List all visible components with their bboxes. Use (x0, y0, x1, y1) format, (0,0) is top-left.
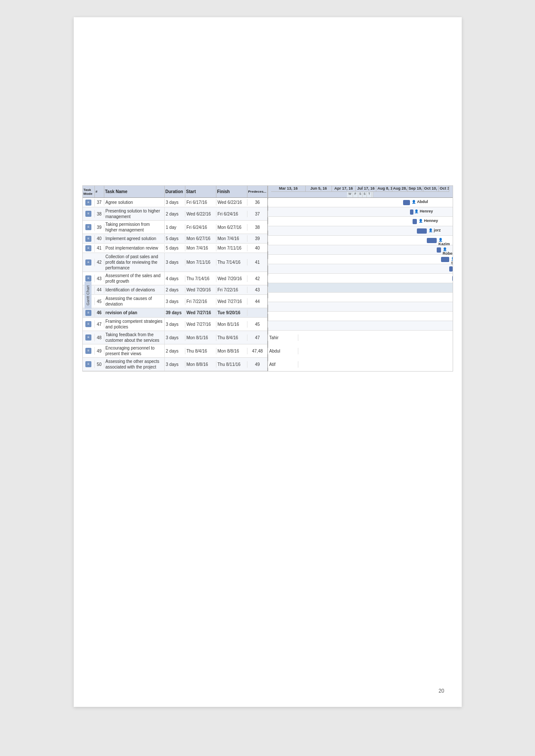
task-duration-cell: 4 days (165, 275, 185, 282)
task-finish-cell: Tue 9/20/16 (216, 309, 247, 316)
task-mode-cell: ≡ (83, 244, 95, 252)
gantt-row: 👤 Henrey (268, 207, 453, 217)
task-mode-cell: ≡ (83, 275, 95, 282)
month-4: Jul 17, 16 (356, 186, 377, 191)
table-row: ≡49Encouraging personnel to present thei… (83, 344, 267, 358)
person-icon: 👤 (412, 200, 417, 204)
task-pred-cell: 38 (247, 224, 268, 231)
table-row: ≡37Agree solution3 daysFri 6/17/16Wed 6/… (83, 198, 267, 207)
table-row: ≡38Presenting solution to higher managem… (83, 207, 267, 221)
task-mode-cell: ≡ (83, 210, 95, 218)
gantt-bar (437, 247, 441, 253)
task-pred-cell: 47 (247, 334, 268, 341)
task-pred-cell: 49 (247, 361, 268, 368)
month-2: Jun 5, 16 (306, 186, 332, 191)
col-start: Start (185, 186, 216, 197)
task-finish-cell: Mon 8/8/16 (216, 348, 247, 354)
person-icon: 👤 (438, 238, 443, 242)
col-predecessors: Predeces... (247, 186, 268, 197)
task-start-cell: Mon 6/27/16 (185, 235, 216, 242)
gantt-side-label: Gantt Chart (84, 282, 91, 309)
task-start-cell: Thu 7/14/16 (185, 275, 216, 282)
table-row: ≡45Assessing the causes of deviation3 da… (83, 295, 267, 308)
task-pred-cell: 44 (247, 298, 268, 305)
task-id-cell: 41 (95, 245, 104, 251)
task-finish-cell: Mon 6/27/16 (216, 224, 247, 231)
task-id-cell: 38 (95, 211, 104, 217)
task-name-cell: Presenting solution to higher management (104, 207, 165, 220)
day-s1: S (358, 192, 363, 197)
task-start-cell: Fri 6/17/16 (185, 199, 216, 206)
task-duration-cell: 3 days (165, 321, 185, 328)
task-id-cell: 37 (95, 199, 104, 206)
gantt-row: 👤 jorz (268, 226, 453, 236)
task-finish-cell: Mon 7/11/16 (216, 245, 247, 251)
task-mode-icon: ≡ (85, 211, 91, 217)
table-row: ≡43Assessment of the sales and profit gr… (83, 272, 267, 285)
task-duration-cell: 2 days (165, 287, 185, 293)
task-start-cell: Wed 7/27/16 (185, 309, 216, 316)
task-duration-cell: 3 days (165, 298, 185, 305)
gantt-row: 👤 Abdul (268, 312, 453, 321)
task-duration-cell: 5 days (165, 245, 185, 251)
task-pred-cell: 40 (247, 245, 268, 251)
task-name-cell: Identification of deviations (104, 286, 165, 294)
task-name-cell: Taking feedback from the customer about … (104, 331, 165, 344)
resource-label: 👤 Abdul (412, 200, 428, 204)
task-name-cell: Implement agreed solution (104, 235, 165, 242)
task-mode-icon: ≡ (85, 321, 91, 327)
day-s2: S (363, 192, 367, 197)
task-finish-cell: Wed 7/20/16 (216, 275, 247, 282)
table-row: ≡46revision of plan39 daysWed 7/27/16Tue… (83, 308, 267, 318)
task-mode-icon: ≡ (85, 275, 91, 281)
gantt-row: 👤 Robert (268, 245, 453, 255)
col-task-name: Task Name (104, 186, 165, 197)
person-icon: 👤 (443, 247, 447, 251)
task-duration-cell: 39 days (165, 309, 185, 316)
month-8: Oct 10, 16 (423, 186, 439, 191)
resource-label: 👤 jorz (429, 228, 441, 232)
task-id-cell: 39 (95, 224, 104, 231)
month-6: Aug 28, 16 (392, 186, 408, 191)
task-pred-cell (247, 312, 268, 314)
task-duration-cell: 3 days (165, 199, 185, 206)
task-pred-cell: 42 (247, 275, 268, 282)
task-start-cell: Mon 7/4/16 (185, 245, 216, 251)
task-id-cell: 47 (95, 321, 104, 328)
col-finish: Finish (216, 186, 247, 197)
table-row: ≡50Assessing the other aspects associate… (83, 358, 267, 371)
task-table: TaskMode # Task Name Duration Start Fini… (83, 186, 268, 371)
gantt-row: 👤 james (268, 274, 453, 283)
gantt-row: 👤 Henney (268, 217, 453, 226)
task-mode-cell: ≡ (83, 259, 95, 266)
task-name-cell: Taking permission from higher management (104, 221, 165, 234)
task-start-cell: Wed 7/27/16 (185, 321, 216, 328)
task-name-cell: Collection of past sales and profit data… (104, 253, 165, 272)
person-icon: 👤 (419, 219, 424, 223)
gantt-bar (452, 276, 453, 281)
task-finish-cell: Mon 7/4/16 (216, 235, 247, 242)
task-name-cell: Framing competent strategies and policie… (104, 318, 165, 331)
resource-label: 👤 Robert (443, 247, 453, 256)
day-w: W (347, 192, 353, 197)
page-background: Gantt Chart TaskMode # Task Name Duratio… (0, 0, 535, 756)
white-page: Gantt Chart TaskMode # Task Name Duratio… (74, 17, 462, 707)
task-duration-cell: 1 day (165, 224, 185, 231)
gantt-bar (427, 238, 437, 243)
gantt-row: 👤 Atif (268, 321, 453, 331)
table-row: ≡41Post implementation review5 daysMon 7… (83, 244, 267, 253)
task-finish-cell: Fri 6/24/16 (216, 211, 247, 217)
person-icon: 👤 (451, 257, 452, 261)
task-finish-cell: Fri 7/22/16 (216, 287, 247, 293)
month-7: Sep 19, 16 (408, 186, 423, 191)
task-mode-icon: ≡ (85, 334, 91, 341)
task-finish-cell: Thu 7/14/16 (216, 259, 247, 266)
table-row: ≡47Framing competent strategies and poli… (83, 318, 267, 331)
gantt-days-row: W F S S T (347, 192, 373, 197)
task-pred-cell: 47,48 (247, 348, 268, 354)
task-mode-cell: ≡ (83, 320, 95, 328)
task-duration-cell: 3 days (165, 361, 185, 368)
task-id-cell: 42 (95, 259, 104, 266)
resource-label: 👤 Henney (419, 219, 438, 223)
task-mode-icon: ≡ (85, 361, 91, 367)
